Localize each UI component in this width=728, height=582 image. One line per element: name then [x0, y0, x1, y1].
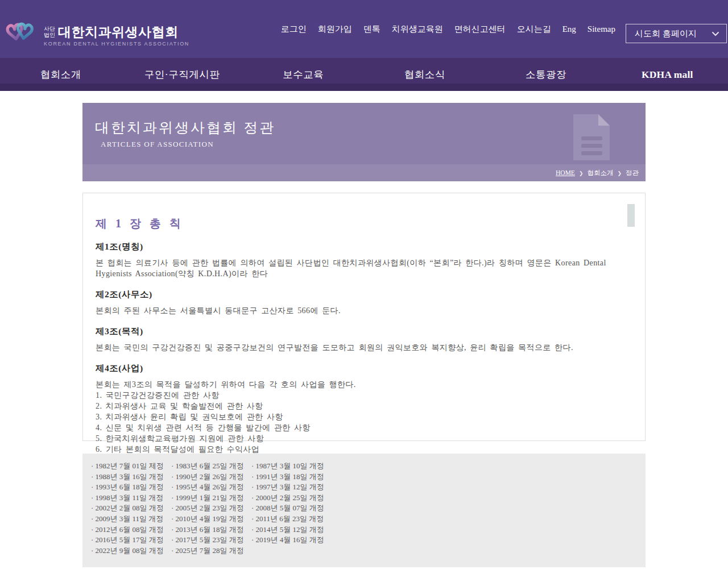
page-subtitle: ARTICLES OF ASSOCIATION	[82, 136, 646, 149]
section-text-line: 본회는 제3조의 목적을 달성하기 위하여 다음 각 호의 사업을 행한다.	[96, 379, 632, 390]
revision-entry: · 2016년 5월 17일 개정	[91, 535, 171, 546]
revision-entry: · 1998년 3월 11일 개정	[91, 493, 171, 504]
article-section-2: 제3조(목적)본회는 국민의 구강건강증진 및 공중구강보건의 연구발전을 도모…	[96, 326, 632, 353]
util-nav-item-6[interactable]: Eng	[562, 24, 576, 34]
chapter-title: 제 1 장 총 칙	[96, 216, 632, 231]
revision-entry: · 1987년 3월 10일 개정	[251, 461, 342, 472]
revision-entry: · 2012년 6월 08일 개정	[91, 525, 171, 535]
section-text-line: 3. 치과위생사 윤리 확립 및 권익보호에 관한 사항	[96, 411, 632, 422]
revision-entry: · 1997년 3월 12일 개정	[251, 482, 342, 493]
article-section-1: 제2조(사무소)본회의 주된 사무소는 서울특별시 동대문구 고산자로 566에…	[96, 289, 632, 316]
breadcrumb-item-2[interactable]: 정관	[626, 169, 639, 176]
revision-entry: · 2002년 2월 08일 개정	[91, 503, 171, 514]
util-nav-item-0[interactable]: 로그인	[281, 24, 307, 35]
revision-entry: · 1988년 3월 16일 개정	[91, 472, 171, 483]
revision-entry: · 2009년 3월 11일 개정	[91, 514, 171, 525]
content-box: 제 1 장 총 칙 제1조(명칭)본 협회는 의료기사 등에 관한 법률에 의하…	[82, 193, 646, 441]
util-nav-item-1[interactable]: 회원가입	[318, 24, 352, 35]
revision-entry: · 2017년 5월 23일 개정	[171, 535, 251, 546]
util-nav-item-3[interactable]: 치위생교육원	[392, 24, 443, 35]
revision-entry: · 2008년 5월 07일 개정	[251, 503, 342, 514]
section-heading: 제1조(명칭)	[96, 241, 632, 253]
revision-entry: · 1995년 4월 26일 개정	[171, 482, 251, 493]
section-text-line: 본 협회는 의료기사 등에 관한 법률에 의하여 설립된 사단법인 대한치과위생…	[96, 257, 632, 279]
main-nav-item-1[interactable]: 구인·구직게시판	[121, 58, 242, 91]
revision-history: · 1982년 7월 01일 제정· 1983년 6월 25일 개정· 1987…	[82, 454, 646, 567]
revision-entry: · 2025년 7월 28일 개정	[171, 546, 251, 556]
brand-name-en: KOREAN DENTAL HYGIENISTS ASSOCIATION	[44, 41, 189, 47]
revision-entry: · 1999년 1월 21일 개정	[171, 493, 251, 504]
util-nav-item-5[interactable]: 오시는길	[517, 24, 551, 35]
region-select[interactable]: 시도회 홈페이지	[626, 24, 727, 43]
brand-text: 사단법인 대한치과위생사협회 KOREAN DENTAL HYGIENISTS …	[44, 24, 189, 47]
section-text-line: 본회의 주된 사무소는 서울특별시 동대문구 고산자로 566에 둔다.	[96, 305, 632, 316]
revision-entry: · 2011년 6월 23일 개정	[251, 514, 342, 525]
breadcrumb-bar: HOME❯협회소개❯정관	[82, 164, 646, 181]
main-nav-item-2[interactable]: 보수교육	[243, 58, 364, 91]
article-sections: 제1조(명칭)본 협회는 의료기사 등에 관한 법률에 의하여 설립된 사단법인…	[96, 241, 632, 455]
article-section-3: 제4조(사업)본회는 제3조의 목적을 달성하기 위하여 다음 각 호의 사업을…	[96, 363, 632, 455]
page-title: 대한치과위생사협회 정관	[82, 103, 646, 136]
chevron-down-icon	[712, 31, 719, 36]
main-nav-item-4[interactable]: 소통광장	[485, 58, 606, 91]
section-text-line: 1. 국민구강건강증진에 관한 사항	[96, 390, 632, 401]
revision-entry: · 2000년 2월 25일 개정	[251, 493, 342, 504]
section-heading: 제3조(목적)	[96, 326, 632, 338]
util-nav-item-2[interactable]: 덴톡	[363, 24, 380, 35]
breadcrumb-chevron-icon: ❯	[579, 171, 584, 176]
article-section-0: 제1조(명칭)본 협회는 의료기사 등에 관한 법률에 의하여 설립된 사단법인…	[96, 241, 632, 279]
breadcrumb-chevron-icon: ❯	[617, 171, 622, 176]
revision-entry: · 1990년 2월 26일 개정	[171, 472, 251, 483]
breadcrumb: HOME❯협회소개❯정관	[556, 169, 639, 177]
revision-entry: · 2014년 5월 12일 개정	[251, 525, 342, 535]
revision-entry: · 1983년 6월 25일 개정	[171, 461, 251, 472]
brand-org-type: 사단법인	[44, 26, 55, 38]
revision-entry: · 1982년 7월 01일 제정	[91, 461, 171, 472]
document-icon	[569, 110, 617, 164]
revision-entry: · 2005년 2월 23일 개정	[171, 503, 251, 514]
revision-entry: · 2022년 9월 08일 개정	[91, 546, 171, 556]
section-text-line: 5. 한국치위생학교육평가원 지원에 관한 사항	[96, 433, 632, 444]
utility-nav: 로그인회원가입덴톡치위생교육원면허신고센터오시는길EngSitemap	[281, 0, 615, 58]
breadcrumb-item-1[interactable]: 협회소개	[587, 169, 613, 176]
section-heading: 제2조(사무소)	[96, 289, 632, 301]
brand-name-ko: 대한치과위생사협회	[58, 24, 179, 39]
revision-entry: · 2019년 4월 16일 개정	[251, 535, 342, 546]
double-hearts-icon	[5, 19, 39, 51]
main-nav-item-3[interactable]: 협회소식	[364, 58, 485, 91]
section-text-line: 2. 치과위생사 교육 및 학술발전에 관한 사항	[96, 401, 632, 411]
page-banner: 대한치과위생사협회 정관 ARTICLES OF ASSOCIATION HOM…	[82, 103, 646, 181]
brand-logo[interactable]: 사단법인 대한치과위생사협회 KOREAN DENTAL HYGIENISTS …	[5, 19, 189, 51]
section-text-line: 본회는 국민의 구강건강증진 및 공중구강보건의 연구발전을 도모하고 회원의 …	[96, 342, 632, 353]
revision-entry: · 2013년 6월 18일 개정	[171, 525, 251, 535]
region-select-label: 시도회 홈페이지	[635, 28, 697, 39]
revision-entry: · 1993년 6월 18일 개정	[91, 482, 171, 493]
revision-entry: · 1991년 3월 18일 개정	[251, 472, 342, 483]
util-nav-item-7[interactable]: Sitemap	[588, 24, 615, 34]
main-nav-item-0[interactable]: 협회소개	[0, 58, 121, 91]
util-nav-item-4[interactable]: 면허신고센터	[454, 24, 506, 35]
revision-entry: · 2010년 4월 19일 개정	[171, 514, 251, 525]
page: 사단법인 대한치과위생사협회 KOREAN DENTAL HYGIENISTS …	[0, 0, 728, 567]
section-text-line: 4. 신문 및 치위생 관련 서적 등 간행물 발간에 관한 사항	[96, 422, 632, 433]
main-nav: 협회소개구인·구직게시판보수교육협회소식소통광장KDHA mall	[0, 58, 728, 91]
site-header: 사단법인 대한치과위생사협회 KOREAN DENTAL HYGIENISTS …	[0, 0, 728, 58]
main-nav-item-5[interactable]: KDHA mall	[607, 58, 728, 91]
section-heading: 제4조(사업)	[96, 363, 632, 375]
scrollbar-thumb[interactable]	[627, 204, 635, 227]
section-text-line: 6. 기타 본회의 목적달성에 필요한 수익사업	[96, 444, 632, 455]
breadcrumb-item-0[interactable]: HOME	[556, 169, 575, 176]
